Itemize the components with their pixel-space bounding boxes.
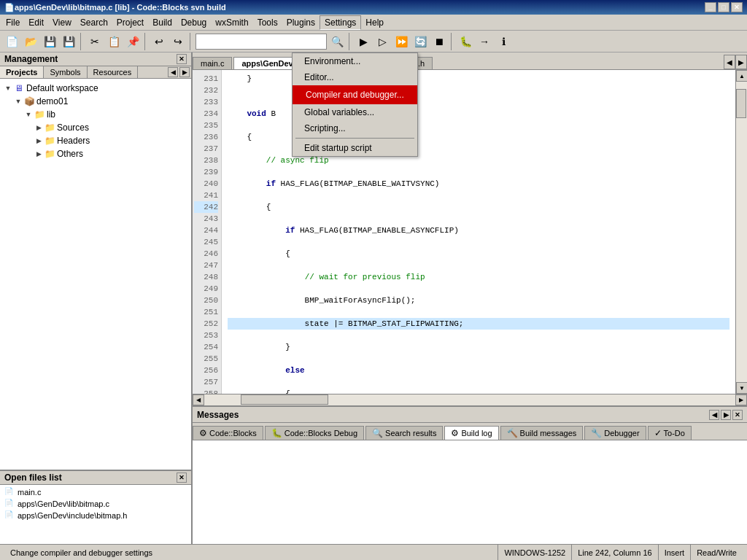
hscroll-thumb[interactable] [241,394,328,405]
minimize-button[interactable]: _ [705,2,716,12]
toolbar-run[interactable]: ▷ [374,33,391,50]
menubar: File Edit View Search Project Build Debu… [0,15,747,31]
messages-header: Messages ◀ ▶ ✕ [193,407,747,423]
menu-wxsmith[interactable]: wxSmith [211,16,252,29]
toolbar-stop[interactable]: ⏹ [430,33,448,50]
toolbar-undo[interactable]: ↩ [150,33,168,50]
tree-item-others[interactable]: ▶ 📁 Others [3,147,188,160]
menu-project[interactable]: Project [112,16,148,29]
close-button[interactable]: ✕ [731,2,743,12]
tab-prev-button[interactable]: ◀ [724,55,735,69]
msg-tab-buildlog[interactable]: ⚙ Build log [444,426,498,440]
menu-debug[interactable]: Debug [177,16,211,29]
toolbar-save[interactable]: 💾 [41,33,58,50]
toolbar-debug-info[interactable]: ℹ [495,33,512,50]
toolbar-redo[interactable]: ↪ [169,33,187,50]
lib-folder-icon: 📁 [34,109,45,120]
menu-tools[interactable]: Tools [253,16,282,29]
dropdown-editor[interactable]: Editor... [293,69,417,85]
msg-tab-codeblocks[interactable]: ⚙ Code::Blocks [193,426,263,440]
management-close-button[interactable]: ✕ [177,54,187,64]
toolbar-save-all[interactable]: 💾 [60,33,77,50]
openfile-bitmaph[interactable]: 📄 apps\GenDev\include\bitmap.h [1,510,190,521]
msg-next-button[interactable]: ▶ [721,410,731,420]
menu-file[interactable]: File [1,16,24,29]
openfiles-close-button[interactable]: ✕ [177,472,187,483]
toolbar-debug[interactable]: 🐛 [457,33,474,50]
expand-workspace: ▼ [3,83,13,93]
menu-help[interactable]: Help [361,16,388,29]
mgmt-prev-button[interactable]: ◀ [168,67,178,77]
dropdown-scripting[interactable]: Scripting... [293,120,417,136]
toolbar-cut[interactable]: ✂ [86,33,104,50]
mgmt-next-button[interactable]: ▶ [179,67,190,77]
openfile-mainc[interactable]: 📄 main.c [1,486,190,498]
toolbar-build-run[interactable]: ⏩ [392,33,410,50]
editor-hscroll: ◀ ▶ [193,394,747,405]
toolbar-paste[interactable]: 📌 [124,33,142,50]
search-input[interactable] [196,34,327,50]
scroll-track[interactable] [736,82,747,382]
msg-tab-buildmsg[interactable]: 🔨 Build messages [500,426,584,440]
openfiles-list: 📄 main.c 📄 apps\GenDev\lib\bitmap.c 📄 ap… [0,485,191,544]
menu-search[interactable]: Search [76,16,112,29]
line-numbers: 231232233234235 236237238239240 24124224… [193,70,222,394]
todo-tab-label: To-Do [664,429,685,438]
openfiles-panel: Open files list ✕ 📄 main.c 📄 apps\GenDev… [0,471,191,544]
scroll-thumb[interactable] [736,89,746,118]
openfile-bitmapc[interactable]: 📄 apps\GenDev\lib\bitmap.c [1,498,190,510]
toolbar-debug-next[interactable]: → [476,33,493,50]
tab-next-button[interactable]: ▶ [735,55,747,69]
dropdown-environment[interactable]: Environment... [293,53,417,69]
scroll-down-button[interactable]: ▼ [736,382,747,394]
buildmsg-tab-label: Build messages [520,429,577,438]
toolbar-copy[interactable]: 📋 [105,33,123,50]
hscroll-track[interactable] [204,394,735,405]
others-folder-icon: 📁 [44,148,55,160]
tab-mainc[interactable]: main.c [193,57,232,69]
tree-item-workspace[interactable]: ▼ 🖥 Default workspace [3,82,188,95]
settings-dropdown: Environment... Editor... Compiler and de… [292,52,418,157]
tree-item-lib[interactable]: ▼ 📁 lib [3,108,188,121]
messages-close-button[interactable]: ✕ [732,410,743,420]
dropdown-startup[interactable]: Edit startup script [293,140,417,156]
msg-tab-debugger[interactable]: 🔧 Debugger [584,426,646,440]
toolbar-sep1 [80,33,83,50]
msg-tab-todo[interactable]: ✓ To-Do [648,426,692,440]
messages-title: Messages [197,410,239,420]
titlebar-icon: 📄 [4,3,15,12]
msg-prev-button[interactable]: ◀ [709,410,719,420]
menu-view[interactable]: View [48,16,76,29]
toolbar-new[interactable]: 📄 [3,33,20,50]
tree-item-sources[interactable]: ▶ 📁 Sources [3,121,188,134]
scroll-up-button[interactable]: ▲ [736,70,747,82]
menu-edit[interactable]: Edit [24,16,48,29]
titlebar-controls: _ □ ✕ [705,2,743,12]
toolbar-open[interactable]: 📂 [22,33,39,50]
headers-folder-icon: 📁 [44,135,55,147]
tree-item-headers[interactable]: ▶ 📁 Headers [3,134,188,147]
tab-resources[interactable]: Resources [88,66,139,78]
toolbar-build[interactable]: ▶ [355,33,372,50]
status-access-text: Read/Write [697,548,737,557]
dropdown-global[interactable]: Global variables... [293,104,417,120]
msg-tab-search[interactable]: 🔍 Search results [365,426,443,440]
headers-label: Headers [57,136,90,146]
codeblocks-tab-label: Code::Blocks [209,429,257,438]
hscroll-right-button[interactable]: ▶ [735,394,747,405]
dropdown-compiler[interactable]: Compiler and debugger... [293,85,417,104]
status-encoding-text: WINDOWS-1252 [504,548,565,557]
tree-item-demo01[interactable]: ▼ 📦 demo01 [3,95,188,108]
tab-projects[interactable]: Projects [0,66,44,78]
menu-plugins[interactable]: Plugins [282,16,320,29]
toolbar-sep4 [349,33,352,50]
hscroll-left-button[interactable]: ◀ [193,394,204,405]
menu-settings[interactable]: Settings [320,15,361,30]
toolbar-rebuild[interactable]: 🔄 [411,33,429,50]
menu-build[interactable]: Build [148,16,177,29]
toolbar-search[interactable]: 🔍 [328,33,346,50]
maximize-button[interactable]: □ [718,2,729,12]
workspace-label: Default workspace [26,83,98,93]
tab-symbols[interactable]: Symbols [44,66,87,78]
msg-tab-codeblocks-debug[interactable]: 🐛 Code::Blocks Debug [265,426,364,440]
